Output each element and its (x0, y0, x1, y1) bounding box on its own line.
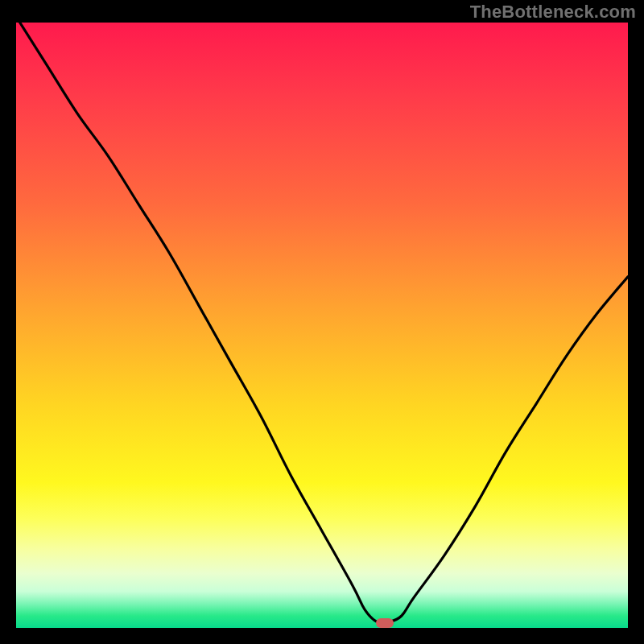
bottleneck-curve (16, 23, 628, 628)
watermark-text: TheBottleneck.com (470, 2, 636, 23)
optimum-marker (376, 618, 394, 628)
chart-frame: TheBottleneck.com (0, 0, 644, 644)
plot-area (16, 23, 628, 628)
curve-path (16, 23, 628, 623)
